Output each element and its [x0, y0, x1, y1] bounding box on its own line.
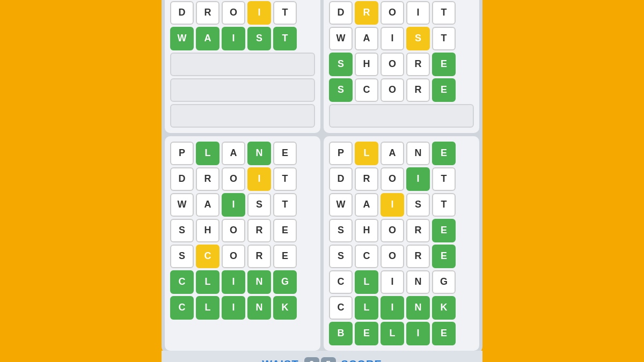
word-row-2-4: SCORE: [170, 245, 315, 268]
cell-2-0-2: A: [222, 142, 245, 165]
cell-3-0-4: E: [432, 142, 456, 165]
cell-3-4-3: R: [406, 245, 430, 268]
cell-2-6-0: C: [170, 296, 194, 320]
cell-2-3-1: H: [196, 219, 219, 242]
cell-3-6-3: N: [406, 296, 430, 320]
cell-0-1-2: O: [222, 1, 245, 25]
cell-3-7-4: E: [432, 322, 456, 345]
cell-3-0-3: N: [406, 142, 430, 165]
cell-2-6-3: N: [247, 296, 271, 320]
cell-3-4-0: S: [329, 245, 353, 268]
cell-2-2-3: S: [247, 193, 271, 217]
word-row-3-3: SHORE: [329, 219, 474, 242]
word-row-2-3: SHORE: [170, 219, 315, 242]
cell-1-3-4: E: [432, 53, 456, 76]
cell-0-1-3: I: [247, 1, 271, 25]
cell-2-6-2: I: [222, 296, 245, 320]
cell-3-2-2: I: [380, 193, 404, 217]
grid-panel-bottom-left: PLANEDROITWAISTSHORESCORECLINGCLINK: [165, 136, 320, 351]
grid-panel-top-left: PLANEDROITWAIST: [165, 0, 320, 133]
cell-2-0-3: N: [247, 142, 271, 165]
cell-1-3-3: R: [406, 53, 430, 76]
badge-5: 5: [321, 357, 336, 363]
cell-1-1-2: O: [380, 1, 404, 25]
cell-1-4-2: O: [380, 78, 404, 102]
answer-score[interactable]: SCORE: [341, 358, 382, 362]
cell-2-6-4: K: [273, 296, 297, 320]
cell-0-2-4: T: [273, 27, 297, 50]
cell-3-2-4: T: [432, 193, 456, 217]
cell-2-1-4: T: [273, 167, 297, 191]
cell-3-7-0: B: [329, 322, 353, 345]
word-row-0-1: DROIT: [170, 1, 315, 25]
cell-1-4-0: S: [329, 78, 353, 102]
cell-1-1-4: T: [432, 1, 456, 25]
cell-3-5-1: L: [355, 270, 378, 294]
cell-2-2-2: I: [222, 193, 245, 217]
cell-3-4-2: O: [380, 245, 404, 268]
cell-3-3-4: E: [432, 219, 456, 242]
cell-2-5-4: G: [273, 270, 297, 294]
cell-3-1-4: T: [432, 167, 456, 191]
empty-row-0-4: [170, 78, 315, 102]
cell-1-3-1: H: [355, 53, 378, 76]
cell-1-4-4: E: [432, 78, 456, 102]
cell-0-2-0: W: [170, 27, 194, 50]
empty-row-1-5: [329, 104, 474, 128]
cell-1-2-1: A: [355, 27, 378, 50]
cell-2-5-0: C: [170, 270, 194, 294]
word-row-2-0: PLANE: [170, 142, 315, 165]
cell-3-0-2: A: [380, 142, 404, 165]
cell-3-1-0: D: [329, 167, 353, 191]
bottom-bar: WAIST 3 5 SCORE CLINK 7 8 BELIE: [162, 351, 482, 363]
cell-3-2-0: W: [329, 193, 353, 217]
cell-3-5-4: G: [432, 270, 456, 294]
cell-2-0-4: E: [273, 142, 297, 165]
cell-2-5-2: I: [222, 270, 245, 294]
word-row-3-5: CLING: [329, 270, 474, 294]
cell-2-4-3: R: [247, 245, 271, 268]
cell-1-2-4: T: [432, 27, 456, 50]
empty-row-0-3: [170, 53, 315, 76]
word-row-3-7: BELIE: [329, 322, 474, 345]
word-row-3-6: CLINK: [329, 296, 474, 320]
cell-3-5-3: N: [406, 270, 430, 294]
cell-1-1-3: I: [406, 1, 430, 25]
cell-0-1-0: D: [170, 1, 194, 25]
cell-0-1-1: R: [196, 1, 219, 25]
cell-3-3-0: S: [329, 219, 353, 242]
cell-2-2-1: A: [196, 193, 219, 217]
cell-2-5-3: N: [247, 270, 271, 294]
cell-2-4-1: C: [196, 245, 219, 268]
grid-panel-bottom-right: PLANEDROITWAISTSHORESCORECLINGCLINKBELIE: [324, 136, 479, 351]
cell-2-4-2: O: [222, 245, 245, 268]
cell-1-3-2: O: [380, 53, 404, 76]
grid-panel-top-right: PLANEDROITWAISTSHORESCORE: [324, 0, 479, 133]
cell-0-2-1: A: [196, 27, 219, 50]
cell-0-2-2: I: [222, 27, 245, 50]
word-row-1-2: WAIST: [329, 27, 474, 50]
cell-2-2-0: W: [170, 193, 194, 217]
cell-1-3-0: S: [329, 53, 353, 76]
cell-1-4-1: C: [355, 78, 378, 102]
word-row-3-4: SCORE: [329, 245, 474, 268]
cell-2-3-2: O: [222, 219, 245, 242]
cell-3-3-1: H: [355, 219, 378, 242]
cell-2-2-4: T: [273, 193, 297, 217]
cell-2-1-3: I: [247, 167, 271, 191]
cell-2-0-0: P: [170, 142, 194, 165]
cell-1-2-3: S: [406, 27, 430, 50]
cell-3-1-3: I: [406, 167, 430, 191]
cell-2-1-2: O: [222, 167, 245, 191]
cell-2-4-4: E: [273, 245, 297, 268]
word-row-3-1: DROIT: [329, 167, 474, 191]
word-row-1-4: SCORE: [329, 78, 474, 102]
cell-3-5-0: C: [329, 270, 353, 294]
cell-3-3-3: R: [406, 219, 430, 242]
word-row-2-5: CLING: [170, 270, 315, 294]
cell-3-6-2: I: [380, 296, 404, 320]
cell-3-6-4: K: [432, 296, 456, 320]
answer-waist[interactable]: WAIST: [262, 358, 298, 362]
word-row-2-2: WAIST: [170, 193, 315, 217]
cell-1-4-3: R: [406, 78, 430, 102]
